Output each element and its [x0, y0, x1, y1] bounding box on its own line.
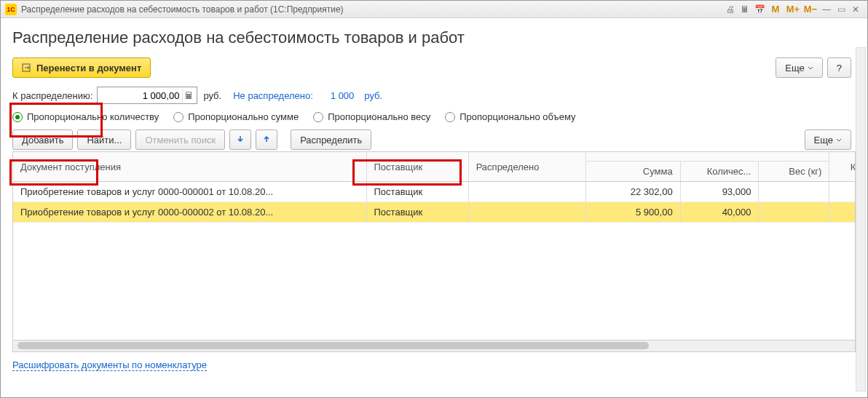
more-table-button[interactable]: Еще: [805, 130, 851, 150]
radio-qty-dot: [12, 112, 23, 122]
radio-sum[interactable]: Пропорционально сумме: [173, 111, 299, 122]
add-button[interactable]: Добавить: [12, 130, 73, 150]
cancel-search-button[interactable]: Отменить поиск: [135, 130, 225, 150]
amount-input[interactable]: [102, 89, 182, 102]
find-button[interactable]: Найти...: [77, 130, 131, 150]
top-toolbar: Перенести в документ Еще ?: [12, 57, 856, 78]
cell-distributed: [468, 182, 586, 202]
chevron-down-icon: [808, 63, 813, 73]
chevron-down-icon-2: [836, 135, 842, 146]
amount-label: К распределению:: [12, 90, 92, 101]
amount-currency: руб.: [203, 90, 221, 101]
arrow-down-icon: [236, 135, 245, 146]
decode-link[interactable]: Расшифровать документы по номенклатуре: [12, 359, 207, 371]
cell-sum: 22 302,00: [586, 182, 680, 202]
more-top-label: Еще: [785, 63, 804, 73]
more-top-button[interactable]: Еще: [776, 57, 822, 78]
col-supplier[interactable]: Поставщик: [366, 152, 468, 182]
close-icon[interactable]: ✕: [848, 2, 863, 17]
transfer-icon: [22, 63, 32, 73]
cell-coeff: [829, 202, 856, 223]
minimize-icon[interactable]: —: [819, 2, 834, 17]
cell-qty: 93,000: [680, 182, 759, 202]
distribute-label: Распределить: [300, 135, 362, 146]
amount-input-wrap: 🖩: [97, 87, 197, 104]
table-wrap: Документ поступления Поставщик Распредел…: [12, 151, 856, 341]
distribute-button[interactable]: Распределить: [291, 130, 371, 150]
page-title: Распределение расходов на себестоимость …: [12, 28, 856, 47]
move-up-button[interactable]: [256, 130, 277, 150]
window-title: Распределение расходов на себестоимость …: [21, 4, 344, 15]
find-label: Найти...: [87, 135, 122, 146]
memory-mplus[interactable]: M+: [784, 2, 802, 17]
amount-row: К распределению: 🖩 руб. Не распределено:…: [12, 87, 856, 104]
radio-sum-label: Пропорционально сумме: [188, 111, 299, 122]
memory-mminus[interactable]: M−: [802, 2, 819, 17]
calendar-icon[interactable]: 📅: [752, 2, 767, 17]
table-toolbar: Добавить Найти... Отменить поиск Распред…: [12, 130, 856, 150]
cancel-search-label: Отменить поиск: [145, 135, 216, 146]
unallocated-currency: руб.: [364, 90, 382, 101]
help-button[interactable]: ?: [827, 57, 851, 78]
vertical-scrollbar[interactable]: [856, 47, 866, 391]
table-row[interactable]: Приобретение товаров и услуг 0000-000001…: [13, 182, 856, 202]
app-logo: 1C: [5, 4, 17, 15]
col-doc[interactable]: Документ поступления: [13, 152, 366, 182]
cell-distributed: [468, 202, 586, 223]
transfer-button[interactable]: Перенести в документ: [12, 57, 151, 78]
col-distributed[interactable]: Распределено: [468, 152, 586, 182]
cell-doc: Приобретение товаров и услуг 0000-000002…: [13, 202, 366, 223]
col-sum[interactable]: Сумма: [586, 162, 680, 182]
cell-coeff: [829, 182, 856, 202]
more-table-label: Еще: [814, 135, 833, 146]
add-label: Добавить: [22, 135, 63, 146]
table-row[interactable]: Приобретение товаров и услуг 0000-000002…: [13, 202, 856, 223]
calculator-icon[interactable]: 🖩: [182, 89, 195, 102]
cell-supplier: Поставщик: [366, 202, 468, 223]
documents-table: Документ поступления Поставщик Распредел…: [13, 152, 856, 223]
print-icon[interactable]: 🖨: [723, 2, 738, 17]
titlebar: 1C Распределение расходов на себестоимос…: [1, 1, 867, 18]
cell-qty: 40,000: [680, 202, 759, 223]
maximize-icon[interactable]: ▭: [834, 2, 848, 17]
cell-sum: 5 900,00: [586, 202, 680, 223]
move-down-button[interactable]: [229, 130, 251, 150]
help-label: ?: [837, 63, 842, 73]
calc-titlebar-icon[interactable]: 🖩: [738, 2, 752, 17]
radio-weight-label: Пропорционально весу: [328, 111, 430, 122]
horizontal-scrollbar[interactable]: [12, 341, 856, 352]
radio-volume-dot: [445, 112, 455, 122]
col-weight[interactable]: Вес (кг): [759, 162, 829, 182]
distribution-mode: Пропорционально количеству Пропорциональ…: [12, 111, 856, 122]
radio-volume[interactable]: Пропорционально объему: [445, 111, 575, 122]
cell-doc: Приобретение товаров и услуг 0000-000001…: [13, 182, 366, 202]
unallocated-label: Не распределено:: [233, 90, 313, 101]
transfer-label: Перенести в документ: [36, 63, 141, 73]
cell-supplier: Поставщик: [366, 182, 468, 202]
radio-qty[interactable]: Пропорционально количеству: [12, 111, 159, 122]
radio-sum-dot: [173, 112, 184, 122]
cell-weight: [759, 202, 829, 223]
radio-weight[interactable]: Пропорционально весу: [313, 111, 430, 122]
cell-weight: [759, 182, 829, 202]
unallocated-value: 1 000: [331, 90, 355, 101]
radio-volume-label: Пропорционально объему: [459, 111, 575, 122]
col-coeff[interactable]: Коэффициен: [829, 152, 856, 182]
arrow-up-icon: [262, 135, 271, 146]
memory-m[interactable]: M: [767, 2, 784, 17]
radio-qty-label: Пропорционально количеству: [27, 111, 159, 122]
radio-weight-dot: [313, 112, 323, 122]
col-qty[interactable]: Количес...: [680, 162, 759, 182]
